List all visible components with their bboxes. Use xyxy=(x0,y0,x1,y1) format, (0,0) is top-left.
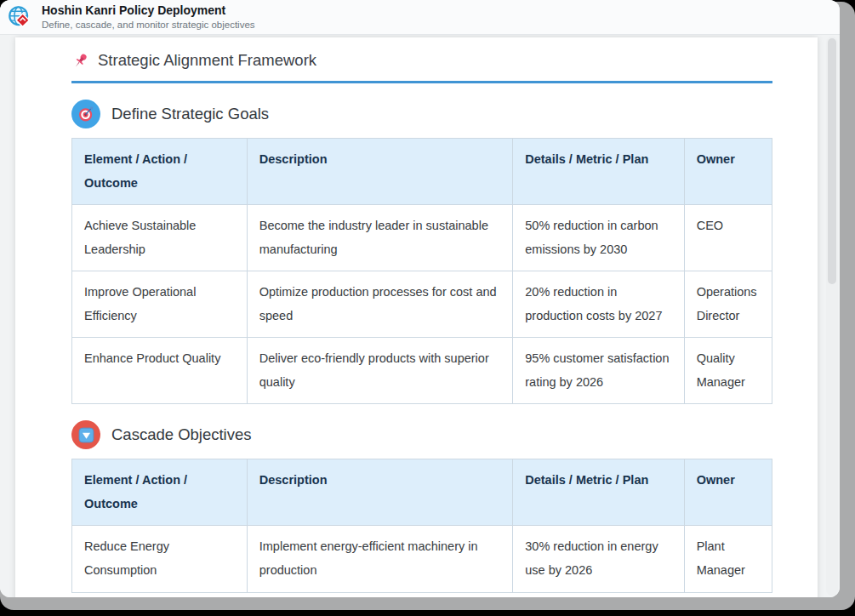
column-header: Element / Action / Outcome xyxy=(72,459,248,526)
table-cell: Plant Manager xyxy=(684,526,772,592)
table-row: Enhance Product QualityDeliver eco-frien… xyxy=(72,338,772,404)
section-title: Cascade Objectives xyxy=(111,425,252,444)
table-row: Achieve Sustainable LeadershipBecome the… xyxy=(72,205,772,271)
table-row: Reduce Energy ConsumptionImplement energ… xyxy=(72,526,772,592)
vertical-scrollbar[interactable] xyxy=(826,37,838,596)
table-cell: Optimize production processes for cost a… xyxy=(247,271,513,338)
table-cell: Implement energy-efficient machinery in … xyxy=(247,526,513,592)
section-table: Element / Action / OutcomeDescriptionDet… xyxy=(71,459,772,592)
table-cell: 95% customer satisfaction rating by 2026 xyxy=(513,338,684,404)
table-row: Improve Operational EfficiencyOptimize p… xyxy=(72,271,772,338)
column-header: Element / Action / Outcome xyxy=(72,139,248,205)
page-body: Strategic Alignment Framework Define Str… xyxy=(0,35,840,597)
column-header: Details / Metric / Plan xyxy=(513,459,684,526)
section: Cascade Objectives Element / Action / Ou… xyxy=(71,420,772,592)
app-header-titles: Hoshin Kanri Policy Deployment Define, c… xyxy=(42,3,255,31)
table-cell: Achieve Sustainable Leadership xyxy=(72,205,248,271)
app-window: Hoshin Kanri Policy Deployment Define, c… xyxy=(0,0,840,597)
table-cell: 50% reduction in carbon emissions by 203… xyxy=(513,205,684,271)
column-header: Description xyxy=(247,459,513,526)
column-header: Owner xyxy=(684,459,772,526)
table-cell: Become the industry leader in sustainabl… xyxy=(247,205,513,271)
table-cell: Reduce Energy Consumption xyxy=(72,526,248,592)
column-header: Owner xyxy=(684,139,772,205)
down-button-icon xyxy=(71,420,100,449)
section-title: Define Strategic Goals xyxy=(111,105,269,123)
page-title: Strategic Alignment Framework xyxy=(71,51,772,83)
table-cell: 30% reduction in energy use by 2026 xyxy=(513,526,684,592)
app-subtitle: Define, cascade, and monitor strategic o… xyxy=(42,19,255,31)
target-icon xyxy=(71,100,100,128)
scrollbar-thumb[interactable] xyxy=(828,38,836,284)
table-cell: Quality Manager xyxy=(684,338,772,404)
section-table: Element / Action / OutcomeDescriptionDet… xyxy=(71,138,772,404)
app-header: Hoshin Kanri Policy Deployment Define, c… xyxy=(0,0,840,35)
section-header: Define Strategic Goals xyxy=(71,100,772,128)
table-cell: 20% reduction in production costs by 202… xyxy=(513,271,684,338)
table-cell: Enhance Product Quality xyxy=(72,338,248,404)
app-title: Hoshin Kanri Policy Deployment xyxy=(42,3,255,19)
column-header: Description xyxy=(247,139,513,205)
section-header: Cascade Objectives xyxy=(71,420,772,449)
column-header: Details / Metric / Plan xyxy=(513,139,684,205)
table-cell: Improve Operational Efficiency xyxy=(72,271,248,338)
table-header-row: Element / Action / OutcomeDescriptionDet… xyxy=(72,139,772,205)
content-card: Strategic Alignment Framework Define Str… xyxy=(15,37,818,597)
sections-container: Define Strategic Goals Element / Action … xyxy=(71,100,772,593)
page-title-text: Strategic Alignment Framework xyxy=(98,51,316,70)
table-cell: Deliver eco-friendly products with super… xyxy=(247,338,513,404)
section: Define Strategic Goals Element / Action … xyxy=(71,100,772,404)
table-cell: Operations Director xyxy=(684,271,772,338)
table-header-row: Element / Action / OutcomeDescriptionDet… xyxy=(72,459,772,526)
pushpin-icon xyxy=(71,52,89,70)
table-cell: CEO xyxy=(684,205,772,271)
globe-diamond-logo-icon xyxy=(8,5,32,30)
